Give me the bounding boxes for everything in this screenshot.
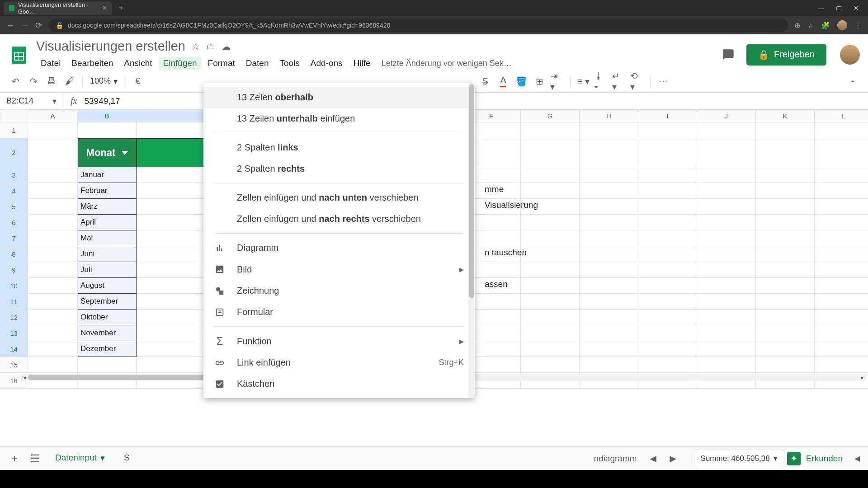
cell-A2[interactable] xyxy=(28,138,78,167)
cell-B3[interactable]: Januar xyxy=(78,167,137,183)
cell-K1[interactable] xyxy=(756,122,815,138)
cell-H5[interactable] xyxy=(580,199,638,215)
cell-G15[interactable] xyxy=(521,357,580,373)
cell-K9[interactable] xyxy=(756,262,815,278)
cell-I14[interactable] xyxy=(638,341,697,357)
scroll-right-button[interactable]: ► xyxy=(859,374,866,381)
col-header-K[interactable]: K xyxy=(756,110,815,122)
cell-B10[interactable]: August xyxy=(78,278,137,294)
cell-H9[interactable] xyxy=(580,262,638,278)
cell-I5[interactable] xyxy=(638,199,697,215)
cell-K15[interactable] xyxy=(756,357,815,373)
cell-J11[interactable] xyxy=(697,294,756,310)
cell-L8[interactable] xyxy=(815,246,868,262)
currency-button[interactable]: € xyxy=(131,74,145,89)
extensions-icon[interactable]: 🧩 xyxy=(821,21,830,30)
row-header-8[interactable]: 8 xyxy=(0,246,28,262)
cell-G8[interactable] xyxy=(521,246,580,262)
cell-J15[interactable] xyxy=(697,357,756,373)
sheet-tab-next[interactable]: S xyxy=(116,448,138,469)
cell-A7[interactable] xyxy=(28,230,78,246)
menu-view[interactable]: Ansicht xyxy=(119,56,156,70)
cell-A6[interactable] xyxy=(28,215,78,230)
cell-L13[interactable] xyxy=(815,325,868,341)
zoom-select[interactable]: 100% ▾ xyxy=(88,76,119,86)
row-header-1[interactable]: 1 xyxy=(0,122,28,138)
back-button[interactable]: ← xyxy=(6,21,14,30)
cell-K13[interactable] xyxy=(756,325,815,341)
cell-L2[interactable] xyxy=(815,138,868,167)
share-button[interactable]: 🔒 Freigeben xyxy=(746,44,826,66)
cell-H13[interactable] xyxy=(580,325,638,341)
cell-K12[interactable] xyxy=(756,310,815,325)
fill-color-button[interactable]: 🪣 xyxy=(514,74,528,89)
paint-format-button[interactable]: 🖌 xyxy=(62,74,77,89)
cell-I6[interactable] xyxy=(638,215,697,230)
minimize-icon[interactable]: — xyxy=(818,5,824,12)
cell-L15[interactable] xyxy=(815,357,868,373)
row-header-4[interactable]: 4 xyxy=(0,183,28,199)
cell-H8[interactable] xyxy=(580,246,638,262)
cell-J4[interactable] xyxy=(697,183,756,199)
cell-B8[interactable]: Juni xyxy=(78,246,137,262)
row-header-5[interactable]: 5 xyxy=(0,199,28,215)
cell-A10[interactable] xyxy=(28,278,78,294)
forward-button[interactable]: → xyxy=(21,21,29,30)
cell-A15[interactable] xyxy=(28,357,78,373)
cell-J13[interactable] xyxy=(697,325,756,341)
valign-button[interactable]: ⭳ ▾ xyxy=(594,74,609,89)
menu-rows-below[interactable]: 13 Zeilen unterhalb einfügen xyxy=(203,108,475,129)
cell-I11[interactable] xyxy=(638,294,697,310)
row-header-7[interactable]: 7 xyxy=(0,230,28,246)
cell-K10[interactable] xyxy=(756,278,815,294)
col-header-A[interactable]: A xyxy=(28,110,78,122)
cell-B4[interactable]: Februar xyxy=(78,183,137,199)
cell-I13[interactable] xyxy=(638,325,697,341)
close-window-icon[interactable]: ✕ xyxy=(854,5,859,12)
menu-data[interactable]: Daten xyxy=(241,56,274,70)
more-button[interactable]: ⋯ xyxy=(656,74,670,89)
strikethrough-button[interactable]: S̶ xyxy=(478,74,492,89)
row-header-15[interactable]: 15 xyxy=(0,357,28,373)
cell-A13[interactable] xyxy=(28,325,78,341)
sheet-tab-dateninput[interactable]: Dateninput▾ xyxy=(47,448,113,469)
cell-H2[interactable] xyxy=(580,138,638,167)
cell-I15[interactable] xyxy=(638,357,697,373)
cell-A9[interactable] xyxy=(28,262,78,278)
cell-H6[interactable] xyxy=(580,215,638,230)
cell-J14[interactable] xyxy=(697,341,756,357)
cell-L3[interactable] xyxy=(815,167,868,183)
star-icon[interactable]: ☆ xyxy=(192,41,200,52)
text-color-button[interactable]: A xyxy=(496,74,510,89)
cell-H7[interactable] xyxy=(580,230,638,246)
cell-G6[interactable] xyxy=(521,215,580,230)
sheets-logo[interactable] xyxy=(8,41,30,68)
row-header-6[interactable]: 6 xyxy=(0,215,28,230)
menu-cols-left[interactable]: 2 Spalten links xyxy=(203,137,475,158)
cell-G3[interactable] xyxy=(521,167,580,183)
cell-B7[interactable]: Mai xyxy=(78,230,137,246)
cell-I2[interactable] xyxy=(638,138,697,167)
scroll-left-button[interactable]: ◄ xyxy=(21,374,28,381)
cell-I3[interactable] xyxy=(638,167,697,183)
cell-H3[interactable] xyxy=(580,167,638,183)
cell-B13[interactable]: November xyxy=(78,325,137,341)
menu-cols-right[interactable]: 2 Spalten rechts xyxy=(203,158,475,179)
row-header-3[interactable]: 3 xyxy=(0,167,28,183)
account-avatar[interactable] xyxy=(840,45,860,65)
cell-L5[interactable] xyxy=(815,199,868,215)
row-header-10[interactable]: 10 xyxy=(0,278,28,294)
cell-K7[interactable] xyxy=(756,230,815,246)
menu-format[interactable]: Format xyxy=(203,56,240,70)
cell-A12[interactable] xyxy=(28,310,78,325)
redo-button[interactable]: ↷ xyxy=(26,74,41,89)
cell-G14[interactable] xyxy=(521,341,580,357)
cell-I7[interactable] xyxy=(638,230,697,246)
menu-insert[interactable]: Einfügen xyxy=(159,56,202,70)
cell-J3[interactable] xyxy=(697,167,756,183)
cell-K14[interactable] xyxy=(756,341,815,357)
dropdown-scrollbar[interactable] xyxy=(468,83,475,398)
cell-H10[interactable] xyxy=(580,278,638,294)
cell-B1[interactable] xyxy=(78,122,137,138)
col-header-J[interactable]: J xyxy=(697,110,756,122)
